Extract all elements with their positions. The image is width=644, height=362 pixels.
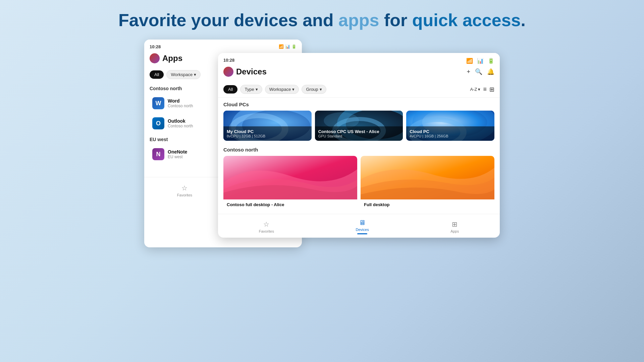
onenote-icon: N bbox=[152, 148, 164, 160]
dev-nav-favorites-label: Favorites bbox=[259, 229, 274, 233]
dev-nav-apps[interactable]: ⊞ Apps bbox=[440, 219, 469, 235]
app-outlook-contoso[interactable]: O Outlook Contoso north bbox=[150, 114, 222, 133]
apps-time: 10:28 bbox=[150, 44, 161, 49]
devices-title: Devices bbox=[236, 67, 267, 76]
grid-view-icon[interactable]: ⊞ bbox=[489, 86, 494, 93]
apps-status-icons: 📶 📊 🔋 bbox=[279, 44, 297, 49]
outlook-icon: O bbox=[152, 117, 164, 129]
app-word-sub: Contoso north bbox=[168, 104, 193, 108]
star-icon: ☆ bbox=[181, 184, 187, 192]
headline-quick: quick access bbox=[412, 10, 521, 30]
device-contoso-cpc[interactable]: Contoso CPC US West - Alice GPU Standard bbox=[315, 111, 403, 141]
app-onenote-name: OneNote bbox=[168, 149, 187, 155]
dev-star-icon: ☆ bbox=[263, 220, 269, 228]
dev-nav-devices-label: Devices bbox=[356, 228, 369, 232]
headline-text: Favorite your devices and apps for quick… bbox=[118, 10, 526, 30]
dev-apps-icon: ⊞ bbox=[452, 220, 458, 228]
signal-icon: 📊 bbox=[285, 44, 290, 49]
devices-bottom-nav: ☆ Favorites 🖥 Devices ⊞ Apps bbox=[218, 214, 500, 238]
dev-nav-favorites[interactable]: ☆ Favorites bbox=[249, 219, 284, 235]
devices-window: 10:28 📶 📊 🔋 Devices + 🔍 🔔 bbox=[218, 53, 500, 238]
all-filter-button[interactable]: All bbox=[150, 70, 164, 79]
cloud-pc-name: Cloud PC bbox=[410, 129, 491, 134]
bell-icon[interactable]: 🔔 bbox=[487, 68, 494, 75]
contoso-north-grid: Contoso full desktop - Alice bbox=[223, 156, 494, 210]
devices-type-button[interactable]: Type ▾ bbox=[240, 85, 262, 94]
group-chevron-icon: ▾ bbox=[320, 87, 322, 92]
device-cloud-pc[interactable]: Cloud PC 4vCPU | 16GB | 256GB bbox=[406, 111, 494, 141]
type-chevron-icon: ▾ bbox=[256, 87, 258, 92]
list-view-icon[interactable]: ≡ bbox=[483, 86, 487, 93]
search-icon[interactable]: 🔍 bbox=[475, 68, 482, 75]
contoso-desktop-thumb bbox=[223, 156, 357, 199]
headline-favorite: Favorite your devices and bbox=[118, 10, 338, 30]
headline-period: . bbox=[521, 10, 525, 30]
devices-content: Cloud PCs bbox=[218, 98, 500, 214]
app-outlook-name: Outlook bbox=[168, 118, 193, 124]
dev-nav-devices[interactable]: 🖥 Devices bbox=[346, 218, 379, 236]
contoso-cpc-info: Contoso CPC US West - Alice GPU Standard bbox=[315, 126, 403, 141]
contoso-cpc-sub: GPU Standard bbox=[318, 134, 400, 138]
full-desktop-thumb bbox=[361, 156, 494, 199]
app-onenote-sub: EU west bbox=[168, 155, 187, 159]
wifi-icon: 📶 bbox=[279, 44, 284, 49]
app-word-name: Word bbox=[168, 98, 193, 104]
cloud-pcs-section-title: Cloud PCs bbox=[223, 102, 494, 107]
my-cloud-pc-info: My Cloud PC 8vCPU | 32GB | 512GB bbox=[223, 126, 312, 141]
headline-for: for bbox=[379, 10, 412, 30]
word-icon: W bbox=[152, 97, 164, 109]
devices-all-button[interactable]: All bbox=[223, 85, 237, 94]
my-cloud-pc-sub: 8vCPU | 32GB | 512GB bbox=[227, 134, 308, 138]
workspace-filter-button[interactable]: Workspace ▾ bbox=[166, 70, 201, 79]
headline: Favorite your devices and apps for quick… bbox=[118, 10, 526, 30]
contoso-north-section-title: Contoso north bbox=[223, 147, 494, 153]
apps-title: Apps bbox=[162, 54, 182, 63]
add-icon[interactable]: + bbox=[467, 68, 470, 75]
devices-group-button[interactable]: Group ▾ bbox=[302, 85, 326, 94]
avatar bbox=[150, 53, 160, 63]
battery-icon-d: 🔋 bbox=[488, 58, 494, 64]
device-my-cloud-pc[interactable]: My Cloud PC 8vCPU | 32GB | 512GB bbox=[223, 111, 312, 141]
app-onenote-eu[interactable]: N OneNote EU west bbox=[150, 145, 222, 164]
cloud-pc-info: Cloud PC 4vCPU | 16GB | 256GB bbox=[406, 126, 494, 141]
chevron-down-icon: ▾ bbox=[194, 72, 196, 77]
dev-nav-apps-label: Apps bbox=[450, 229, 459, 233]
devices-header-icons: 📶 📊 🔋 bbox=[466, 58, 494, 64]
app-outlook-sub: Contoso north bbox=[168, 124, 193, 128]
full-desktop-name: Full desktop bbox=[364, 202, 491, 207]
nav-favorites-label: Favorites bbox=[177, 193, 192, 197]
wifi-icon-d: 📶 bbox=[466, 58, 473, 64]
contoso-cpc-name: Contoso CPC US West - Alice bbox=[318, 129, 400, 134]
devices-workspace-button[interactable]: Workspace ▾ bbox=[265, 85, 299, 94]
devices-filter-row: All Type ▾ Workspace ▾ Group ▾ A-Z ▾ ≡ ⊞ bbox=[218, 83, 500, 98]
headline-apps: apps bbox=[338, 10, 379, 30]
device-contoso-full-desktop[interactable]: Contoso full desktop - Alice bbox=[223, 156, 357, 210]
cloud-pcs-grid: My Cloud PC 8vCPU | 32GB | 512GB bbox=[223, 111, 494, 141]
app-word-contoso[interactable]: W Word Contoso north bbox=[150, 94, 222, 113]
sort-controls: A-Z ▾ ≡ ⊞ bbox=[470, 86, 494, 93]
device-full-desktop[interactable]: Full desktop bbox=[361, 156, 494, 210]
nav-favorites[interactable]: ☆ Favorites bbox=[164, 183, 206, 198]
my-cloud-pc-name: My Cloud PC bbox=[227, 129, 308, 134]
devices-time: 10:28 bbox=[223, 58, 234, 63]
sort-az-button[interactable]: A-Z ▾ bbox=[470, 87, 481, 92]
sort-chevron-icon: ▾ bbox=[478, 87, 480, 92]
signal-icon-d: 📊 bbox=[477, 58, 484, 64]
battery-icon: 🔋 bbox=[291, 44, 297, 49]
cloud-pc-sub: 4vCPU | 16GB | 256GB bbox=[410, 134, 491, 138]
dev-monitor-icon: 🖥 bbox=[359, 219, 366, 227]
contoso-desktop-name: Contoso full desktop - Alice bbox=[227, 202, 354, 207]
devices-avatar bbox=[223, 67, 233, 77]
workspace-chevron-icon: ▾ bbox=[292, 87, 294, 92]
